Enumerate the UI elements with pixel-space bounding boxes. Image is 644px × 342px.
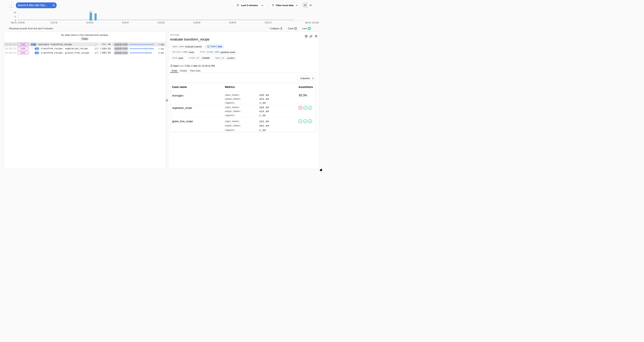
svg-text:13:17:32: 13:17:32	[50, 22, 58, 24]
svg-text:13:18:47: 13:18:47	[122, 22, 129, 24]
svg-text:13:20:02: 13:20:02	[193, 22, 200, 24]
svg-text:10: 10	[14, 12, 16, 14]
svg-text:13:20:40: 13:20:40	[229, 22, 236, 24]
svg-text:13:19:25: 13:19:25	[158, 22, 165, 24]
svg-text:13:18:10: 13:18:10	[86, 22, 93, 24]
svg-text:Mar 31. 13:16:55: Mar 31. 13:16:55	[11, 22, 25, 24]
svg-text:Mar 31. 13:21:55: Mar 31. 13:21:55	[305, 22, 319, 24]
svg-text:5: 5	[15, 16, 16, 18]
svg-text:13:21:17: 13:21:17	[264, 22, 272, 24]
svg-text:0: 0	[15, 20, 16, 22]
